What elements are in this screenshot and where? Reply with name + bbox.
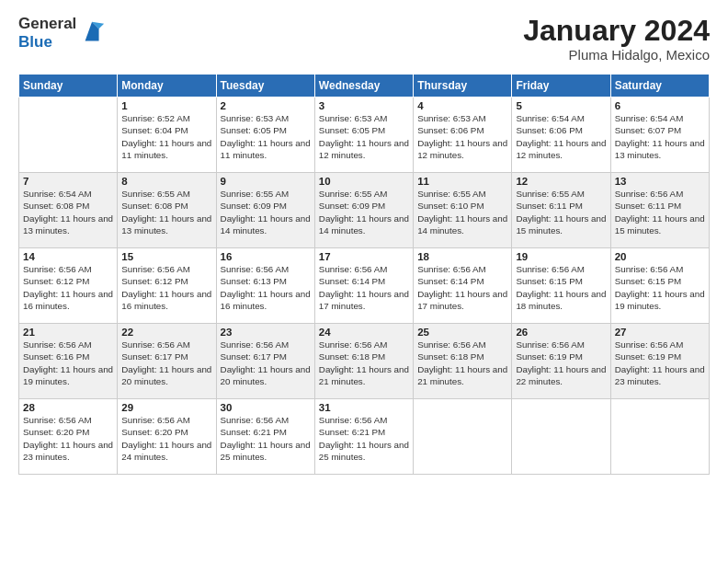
title-block: January 2024 Pluma Hidalgo, Mexico (523, 15, 710, 63)
calendar-cell: 12Sunrise: 6:55 AMSunset: 6:11 PMDayligh… (512, 173, 610, 248)
day-number: 11 (417, 176, 507, 187)
calendar-cell: 23Sunrise: 6:56 AMSunset: 6:17 PMDayligh… (216, 324, 314, 399)
cell-info: Sunrise: 6:53 AMSunset: 6:05 PMDaylight:… (319, 113, 409, 160)
day-number: 15 (121, 251, 211, 262)
calendar-cell: 16Sunrise: 6:56 AMSunset: 6:13 PMDayligh… (216, 248, 314, 324)
cell-info: Sunrise: 6:56 AMSunset: 6:16 PMDaylight:… (23, 339, 113, 386)
calendar-cell: 28Sunrise: 6:56 AMSunset: 6:20 PMDayligh… (19, 399, 118, 475)
day-number: 2 (221, 100, 311, 111)
day-number: 30 (221, 402, 311, 413)
page: General Blue January 2024 Pluma Hidalgo,… (0, 0, 728, 563)
day-number: 1 (121, 100, 211, 111)
day-number: 19 (516, 251, 606, 262)
day-number: 4 (417, 100, 507, 111)
cell-info: Sunrise: 6:56 AMSunset: 6:11 PMDaylight:… (615, 189, 705, 236)
cell-info: Sunrise: 6:56 AMSunset: 6:20 PMDaylight:… (23, 415, 113, 462)
calendar-cell: 22Sunrise: 6:56 AMSunset: 6:17 PMDayligh… (118, 324, 216, 399)
calendar-cell (610, 399, 709, 475)
cell-info: Sunrise: 6:52 AMSunset: 6:04 PMDaylight:… (121, 113, 211, 160)
calendar-cell: 18Sunrise: 6:56 AMSunset: 6:14 PMDayligh… (414, 248, 512, 324)
cell-info: Sunrise: 6:56 AMSunset: 6:21 PMDaylight:… (319, 415, 409, 462)
col-header-thursday: Thursday (414, 75, 512, 98)
logo: General Blue (18, 15, 106, 51)
cell-info: Sunrise: 6:56 AMSunset: 6:12 PMDaylight:… (23, 264, 113, 311)
day-number: 22 (121, 327, 211, 338)
day-number: 16 (221, 251, 311, 262)
cell-info: Sunrise: 6:55 AMSunset: 6:10 PMDaylight:… (417, 189, 507, 236)
calendar-cell (414, 399, 512, 475)
cell-info: Sunrise: 6:56 AMSunset: 6:19 PMDaylight:… (516, 339, 606, 386)
calendar-cell: 7Sunrise: 6:54 AMSunset: 6:08 PMDaylight… (19, 173, 118, 248)
calendar-cell: 3Sunrise: 6:53 AMSunset: 6:05 PMDaylight… (314, 98, 413, 173)
col-header-saturday: Saturday (610, 75, 709, 98)
calendar-cell: 24Sunrise: 6:56 AMSunset: 6:18 PMDayligh… (314, 324, 413, 399)
calendar-cell: 31Sunrise: 6:56 AMSunset: 6:21 PMDayligh… (314, 399, 413, 475)
day-number: 27 (615, 327, 705, 338)
cell-info: Sunrise: 6:56 AMSunset: 6:13 PMDaylight:… (221, 264, 311, 311)
day-number: 24 (319, 327, 409, 338)
day-number: 13 (615, 176, 705, 187)
calendar-cell: 26Sunrise: 6:56 AMSunset: 6:19 PMDayligh… (512, 324, 610, 399)
calendar-cell: 21Sunrise: 6:56 AMSunset: 6:16 PMDayligh… (19, 324, 118, 399)
calendar-cell (19, 98, 118, 173)
day-number: 29 (121, 402, 211, 413)
calendar-cell: 30Sunrise: 6:56 AMSunset: 6:21 PMDayligh… (216, 399, 314, 475)
cell-info: Sunrise: 6:55 AMSunset: 6:08 PMDaylight:… (121, 189, 211, 236)
calendar-cell: 29Sunrise: 6:56 AMSunset: 6:20 PMDayligh… (118, 399, 216, 475)
calendar-cell: 14Sunrise: 6:56 AMSunset: 6:12 PMDayligh… (19, 248, 118, 324)
calendar-cell: 25Sunrise: 6:56 AMSunset: 6:18 PMDayligh… (414, 324, 512, 399)
calendar-cell: 17Sunrise: 6:56 AMSunset: 6:14 PMDayligh… (314, 248, 413, 324)
day-number: 9 (221, 176, 311, 187)
cell-info: Sunrise: 6:56 AMSunset: 6:20 PMDaylight:… (121, 415, 211, 462)
cell-info: Sunrise: 6:54 AMSunset: 6:07 PMDaylight:… (615, 113, 705, 160)
cell-info: Sunrise: 6:56 AMSunset: 6:18 PMDaylight:… (319, 339, 409, 386)
cell-info: Sunrise: 6:55 AMSunset: 6:09 PMDaylight:… (319, 189, 409, 236)
calendar-cell: 2Sunrise: 6:53 AMSunset: 6:05 PMDaylight… (216, 98, 314, 173)
cell-info: Sunrise: 6:56 AMSunset: 6:18 PMDaylight:… (417, 339, 507, 386)
calendar-cell: 13Sunrise: 6:56 AMSunset: 6:11 PMDayligh… (610, 173, 709, 248)
logo-blue: Blue (18, 33, 76, 52)
day-number: 5 (516, 100, 606, 111)
col-header-monday: Monday (118, 75, 216, 98)
calendar-cell: 20Sunrise: 6:56 AMSunset: 6:15 PMDayligh… (610, 248, 709, 324)
calendar-cell: 15Sunrise: 6:56 AMSunset: 6:12 PMDayligh… (118, 248, 216, 324)
cell-info: Sunrise: 6:56 AMSunset: 6:21 PMDaylight:… (221, 415, 311, 462)
cell-info: Sunrise: 6:56 AMSunset: 6:14 PMDaylight:… (417, 264, 507, 311)
calendar-cell: 19Sunrise: 6:56 AMSunset: 6:15 PMDayligh… (512, 248, 610, 324)
cell-info: Sunrise: 6:55 AMSunset: 6:09 PMDaylight:… (221, 189, 311, 236)
day-number: 25 (417, 327, 507, 338)
col-header-tuesday: Tuesday (216, 75, 314, 98)
col-header-wednesday: Wednesday (314, 75, 413, 98)
day-number: 8 (121, 176, 211, 187)
cell-info: Sunrise: 6:56 AMSunset: 6:19 PMDaylight:… (615, 339, 705, 386)
col-header-friday: Friday (512, 75, 610, 98)
day-number: 31 (319, 402, 409, 413)
day-number: 10 (319, 176, 409, 187)
calendar-cell: 27Sunrise: 6:56 AMSunset: 6:19 PMDayligh… (610, 324, 709, 399)
calendar-cell: 9Sunrise: 6:55 AMSunset: 6:09 PMDaylight… (216, 173, 314, 248)
cell-info: Sunrise: 6:54 AMSunset: 6:08 PMDaylight:… (23, 189, 113, 236)
cell-info: Sunrise: 6:56 AMSunset: 6:14 PMDaylight:… (319, 264, 409, 311)
cell-info: Sunrise: 6:56 AMSunset: 6:15 PMDaylight:… (615, 264, 705, 311)
day-number: 7 (23, 176, 113, 187)
calendar-cell: 6Sunrise: 6:54 AMSunset: 6:07 PMDaylight… (610, 98, 709, 173)
day-number: 26 (516, 327, 606, 338)
calendar-table: SundayMondayTuesdayWednesdayThursdayFrid… (18, 74, 710, 475)
day-number: 21 (23, 327, 113, 338)
cell-info: Sunrise: 6:53 AMSunset: 6:06 PMDaylight:… (417, 113, 507, 160)
cell-info: Sunrise: 6:55 AMSunset: 6:11 PMDaylight:… (516, 189, 606, 236)
cell-info: Sunrise: 6:56 AMSunset: 6:17 PMDaylight:… (221, 339, 311, 386)
day-number: 28 (23, 402, 113, 413)
calendar-subtitle: Pluma Hidalgo, Mexico (523, 47, 710, 63)
calendar-cell (512, 399, 610, 475)
cell-info: Sunrise: 6:56 AMSunset: 6:15 PMDaylight:… (516, 264, 606, 311)
calendar-cell: 11Sunrise: 6:55 AMSunset: 6:10 PMDayligh… (414, 173, 512, 248)
cell-info: Sunrise: 6:56 AMSunset: 6:12 PMDaylight:… (121, 264, 211, 311)
calendar-title: January 2024 (523, 15, 710, 47)
col-header-sunday: Sunday (19, 75, 118, 98)
day-number: 23 (221, 327, 311, 338)
calendar-cell: 10Sunrise: 6:55 AMSunset: 6:09 PMDayligh… (314, 173, 413, 248)
day-number: 18 (417, 251, 507, 262)
day-number: 20 (615, 251, 705, 262)
day-number: 14 (23, 251, 113, 262)
